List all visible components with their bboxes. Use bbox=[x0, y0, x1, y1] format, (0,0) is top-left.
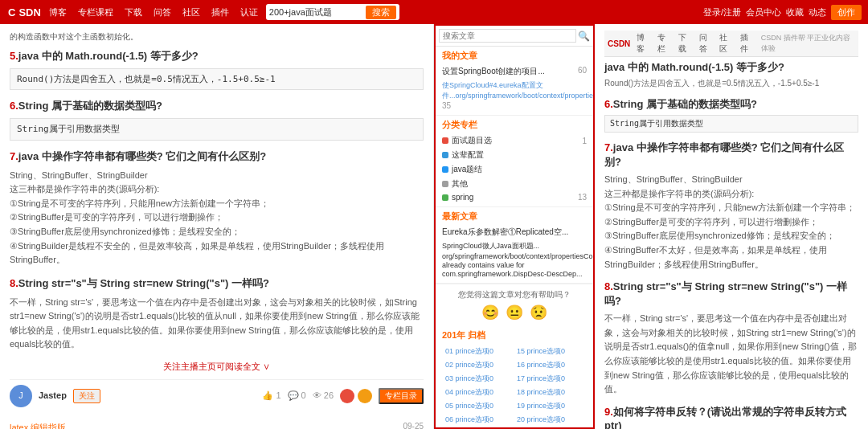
avatar-left: J bbox=[10, 385, 32, 407]
category-2[interactable]: 这辈配置 bbox=[442, 148, 587, 162]
right-article-content: java 中的 Math.round(-1.5) 等于多少? Round()方法… bbox=[604, 60, 858, 429]
category-3-label: java题结 bbox=[452, 164, 482, 175]
right-section-7-title: 7.java 中操作字符串都有哪些类? 它们之间有什么区别? bbox=[604, 141, 858, 170]
like-count: 👍 1 bbox=[262, 389, 280, 403]
middle-search-bar: 🔍 bbox=[436, 26, 593, 47]
logo[interactable]: C SDN bbox=[6, 6, 41, 18]
search-box: 搜索 bbox=[266, 4, 399, 20]
section-5-num: 5. bbox=[10, 50, 18, 62]
recent-article-2[interactable]: SpringCloud微人Java面积题...org/springframewo… bbox=[442, 239, 587, 280]
my-article-1-count: 60 bbox=[578, 66, 587, 77]
right-logo: CSDN bbox=[608, 39, 630, 48]
archive-link-4a[interactable]: 04 prince选项0 bbox=[445, 388, 493, 396]
expert-btn-left[interactable]: 专栏目录 bbox=[379, 388, 424, 404]
my-articles-section: 我的文章 设置SpringBoot创建的项目... 60 使SpringClou… bbox=[436, 47, 593, 116]
related-link-1[interactable]: latex 编辑指版 bbox=[10, 423, 66, 430]
archive-row-4: 04 prince选项0 18 prince选项0 bbox=[444, 386, 585, 398]
category-1-dot bbox=[442, 137, 448, 144]
my-article-2[interactable]: 使SpringCloud#4.eureka配置文件...org/springfr… bbox=[442, 79, 587, 112]
right-section-9: 9.如何将字符串反转？(请说出常规的字符串反转方式ptr) ①利用StringB… bbox=[604, 405, 858, 429]
archive-link-3a[interactable]: 03 prince选项0 bbox=[445, 374, 493, 382]
right-section-9-title: 9.如何将字符串反转？(请说出常规的字符串反转方式ptr) bbox=[604, 405, 858, 429]
stats-left: 👍 1 💬 0 👁 26 bbox=[262, 389, 372, 403]
logo-text: SDN bbox=[18, 6, 40, 18]
right-section-8-title: 8.String str="s"与 String str=new String(… bbox=[604, 280, 858, 308]
archive-link-6b[interactable]: 20 prince选项0 bbox=[517, 415, 565, 423]
recent-article-1-text: Eureka乐参数解密①Replicated空... bbox=[442, 227, 568, 238]
category-1-count: 1 bbox=[582, 137, 587, 145]
archive-row-2: 02 prince选项0 16 prince选项0 bbox=[444, 359, 585, 371]
archive-link-3b[interactable]: 17 prince选项0 bbox=[517, 374, 565, 382]
category-2-label: 这辈配置 bbox=[452, 149, 484, 161]
nav-download[interactable]: 下载 bbox=[121, 5, 145, 20]
section-6-code: String属于引用数据类型 bbox=[10, 118, 424, 141]
middle-search-icon[interactable]: 🔍 bbox=[578, 31, 590, 42]
categories-section: 分类专栏 面试题目选 1 这辈配置 java题结 其他 spring 1 bbox=[436, 116, 593, 207]
feedback-happy[interactable]: 😊 bbox=[481, 304, 499, 321]
read-more-left[interactable]: 关注主播主页可阅读全文 ∨ bbox=[10, 360, 424, 374]
archive-link-6a[interactable]: 06 prince选项0 bbox=[445, 415, 493, 423]
related-date-1: 09-25 bbox=[403, 420, 424, 430]
right-s7-num: 7. bbox=[604, 141, 613, 153]
right-nav-plugin[interactable]: 插件 bbox=[740, 32, 755, 55]
nav-plugin[interactable]: 插件 bbox=[208, 5, 232, 20]
feedback-icons: 😊 😐 😟 bbox=[442, 304, 587, 321]
archive-link-5b[interactable]: 19 prince选项0 bbox=[517, 402, 565, 410]
follow-button-left[interactable]: 关注 bbox=[73, 389, 100, 403]
search-input[interactable] bbox=[269, 7, 366, 17]
feedback-neutral[interactable]: 😐 bbox=[506, 304, 523, 321]
right-nav-dl[interactable]: 下载 bbox=[678, 32, 693, 55]
nav-login[interactable]: 登录/注册 bbox=[703, 6, 741, 18]
archive-link-5a[interactable]: 05 prince选项0 bbox=[445, 402, 493, 410]
my-articles-title: 我的文章 bbox=[442, 50, 587, 62]
right-section-6-title: 6.String 属于基础的数据类型吗? bbox=[604, 97, 858, 112]
author-bar-left: J Jastep 关注 👍 1 💬 0 👁 26 专栏目录 bbox=[10, 379, 424, 412]
feedback-sad[interactable]: 😟 bbox=[530, 304, 547, 321]
category-5[interactable]: spring 13 bbox=[442, 191, 587, 203]
right-nav-course[interactable]: 专栏 bbox=[657, 32, 672, 55]
section-5-title: 5.java 中的 Math.round(-1.5) 等于多少? bbox=[10, 48, 424, 65]
nav-qa[interactable]: 问答 bbox=[150, 5, 174, 20]
nav-left: C SDN 博客 专栏课程 下载 问答 社区 插件 认证 搜索 bbox=[6, 4, 703, 20]
nav-dynamic[interactable]: 动态 bbox=[809, 6, 826, 18]
archive-link-2b[interactable]: 16 prince选项0 bbox=[517, 361, 565, 369]
nav-community[interactable]: 社区 bbox=[179, 5, 203, 20]
right-panel: CSDN 博客 专栏 下载 问答 社区 插件 CSDN 插件帮 平正业化内容 体… bbox=[595, 24, 868, 429]
category-4-dot bbox=[442, 181, 448, 187]
archive-link-1a[interactable]: 01 prince选项0 bbox=[445, 347, 493, 355]
section-7: 7.java 中操作字符串都有哪些类? 它们之间有什么区别? String、St… bbox=[10, 149, 424, 268]
category-3[interactable]: java题结 bbox=[442, 162, 587, 177]
category-4-label: 其他 bbox=[452, 178, 468, 190]
archive-link-2a[interactable]: 02 prince选项0 bbox=[445, 361, 493, 369]
related-articles-left: latex 编辑指版 09-25 图侧台点了 有#latex 文字英语编辑的模型… bbox=[10, 417, 424, 430]
right-section-5: java 中的 Math.round(-1.5) 等于多少? Round()方法… bbox=[604, 60, 858, 89]
right-s9-num: 9. bbox=[604, 406, 613, 418]
nav-blog[interactable]: 博客 bbox=[46, 5, 70, 20]
right-section-8: 8.String str="s"与 String str=new String(… bbox=[604, 280, 858, 397]
right-nav-bar: CSDN 博客 专栏 下载 问答 社区 插件 CSDN 插件帮 平正业化内容 体… bbox=[604, 31, 858, 57]
archive-link-1b[interactable]: 15 prince选项0 bbox=[517, 347, 565, 355]
right-nav-community[interactable]: 社区 bbox=[719, 32, 734, 55]
category-1-label: 面试题目选 bbox=[452, 135, 492, 146]
nav-cert[interactable]: 认证 bbox=[237, 5, 261, 20]
my-article-1[interactable]: 设置SpringBoot创建的项目... 60 bbox=[442, 64, 587, 79]
avatar-smalls bbox=[340, 389, 372, 403]
nav-favorite[interactable]: 收藏 bbox=[786, 6, 804, 18]
search-button[interactable]: 搜索 bbox=[366, 6, 396, 19]
category-4[interactable]: 其他 bbox=[442, 177, 587, 191]
nav-course[interactable]: 专栏课程 bbox=[75, 5, 117, 20]
section-6: 6.String 属于基础的数据类型吗? String属于引用数据类型 bbox=[10, 98, 424, 140]
right-nav-qa[interactable]: 问答 bbox=[699, 32, 714, 55]
right-section-6: 6.String 属于基础的数据类型吗? String属于引用数据类型 bbox=[604, 97, 858, 133]
nav-vip[interactable]: 会员中心 bbox=[746, 6, 781, 18]
right-nav-blog[interactable]: 博客 bbox=[637, 32, 651, 55]
create-button[interactable]: 创作 bbox=[831, 5, 862, 20]
archive-table: 01 prince选项0 15 prince选项0 02 prince选项0 1… bbox=[442, 344, 587, 429]
recent-article-1[interactable]: Eureka乐参数解密①Replicated空... bbox=[442, 225, 587, 239]
view-count: 👁 26 bbox=[313, 389, 334, 403]
category-1[interactable]: 面试题目选 1 bbox=[442, 133, 587, 148]
category-5-dot bbox=[442, 194, 448, 201]
right-s6-num: 6. bbox=[604, 98, 613, 110]
middle-search-input[interactable] bbox=[439, 29, 576, 43]
archive-link-4b[interactable]: 18 prince选项0 bbox=[517, 388, 565, 396]
